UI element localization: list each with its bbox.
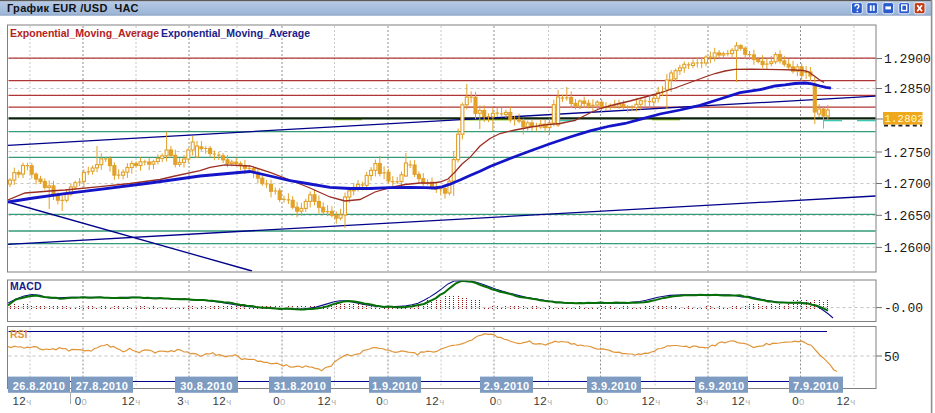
svg-text:1.2750: 1.2750	[884, 146, 931, 161]
svg-text:26.8.2010: 26.8.2010	[13, 380, 66, 392]
svg-text:12ч: 12ч	[317, 395, 336, 407]
svg-text:12ч: 12ч	[533, 395, 552, 407]
svg-text:12ч: 12ч	[836, 395, 855, 407]
svg-text:Exponential_Moving_Average: Exponential_Moving_Average	[10, 27, 159, 39]
svg-text:1.2600: 1.2600	[884, 241, 931, 256]
svg-text:00: 00	[490, 395, 503, 407]
svg-text:00: 00	[273, 395, 286, 407]
svg-text:График EUR /USD ЧАС: График EUR /USD ЧАС	[7, 2, 139, 14]
svg-text:12ч: 12ч	[731, 395, 750, 407]
svg-text:2.9.2010: 2.9.2010	[483, 380, 529, 392]
svg-text:7.9.2010: 7.9.2010	[793, 380, 839, 392]
svg-text:1.9.2010: 1.9.2010	[372, 380, 418, 392]
svg-text:00: 00	[75, 395, 88, 407]
svg-text:12ч: 12ч	[12, 395, 31, 407]
svg-text:50: 50	[884, 350, 900, 365]
svg-text:-0.00: -0.00	[884, 301, 923, 316]
svg-text:Exponential_Moving_Average: Exponential_Moving_Average	[161, 27, 310, 39]
svg-text:30.8.2010: 30.8.2010	[180, 380, 233, 392]
svg-text:00: 00	[792, 395, 805, 407]
svg-text:12ч: 12ч	[425, 395, 444, 407]
svg-text:1.2850: 1.2850	[884, 82, 931, 97]
svg-text:RSI: RSI	[10, 328, 28, 340]
svg-text:MACD: MACD	[10, 280, 42, 292]
svg-text:1.2802: 1.2802	[885, 113, 924, 125]
svg-text:1.2700: 1.2700	[884, 177, 931, 192]
svg-text:3ч: 3ч	[696, 395, 708, 407]
svg-text:3.9.2010: 3.9.2010	[591, 380, 637, 392]
svg-text:12ч: 12ч	[121, 395, 140, 407]
svg-text:31.8.2010: 31.8.2010	[274, 380, 327, 392]
svg-text:00: 00	[376, 395, 389, 407]
svg-text:1.2650: 1.2650	[884, 209, 931, 224]
svg-text:12ч: 12ч	[212, 395, 231, 407]
svg-text:00: 00	[596, 395, 609, 407]
svg-text:1.2900: 1.2900	[884, 52, 931, 67]
svg-text:3ч: 3ч	[177, 395, 189, 407]
svg-text:12ч: 12ч	[641, 395, 660, 407]
svg-text:6.9.2010: 6.9.2010	[698, 380, 744, 392]
svg-text:27.8.2010: 27.8.2010	[76, 380, 129, 392]
